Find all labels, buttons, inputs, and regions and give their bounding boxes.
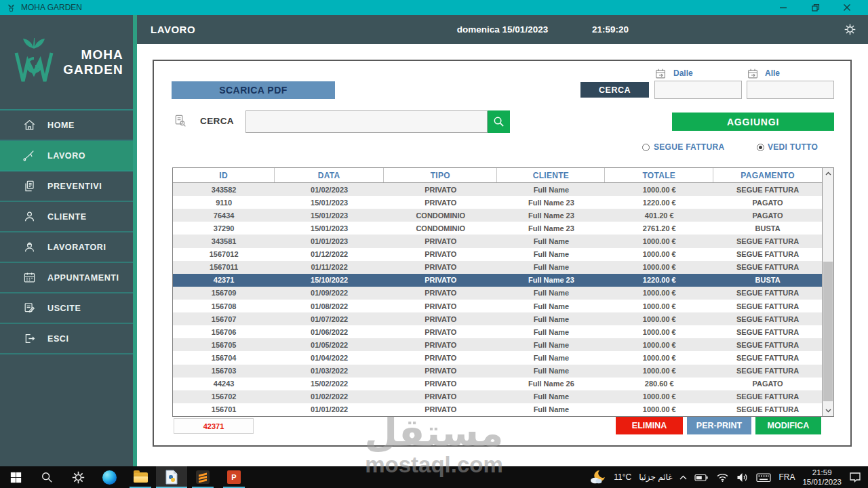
scrollbar-thumb[interactable]: [823, 262, 833, 401]
scroll-down-icon[interactable]: [823, 405, 833, 416]
cell-cliente: Full Name: [497, 312, 605, 325]
aggiungi-button[interactable]: AGGIUNGI: [672, 113, 834, 131]
column-header-totale[interactable]: TOTALE: [605, 168, 713, 182]
taskbar: P 11°C غائم جزئيا FRA 21:59 15/01/2023: [0, 466, 868, 488]
vedi-tutto-radio[interactable]: [757, 144, 764, 151]
settings-gear-icon[interactable]: [844, 24, 856, 35]
cell-pagamento: SEGUE FATTURA: [713, 300, 822, 312]
cell-pagamento: SEGUE FATTURA: [713, 351, 822, 364]
cell-tipo: CONDOMINIO: [384, 222, 497, 235]
table-row[interactable]: 15670501/05/2022PRIVATOFull Name1000.00 …: [173, 338, 822, 351]
table-scrollbar[interactable]: [822, 168, 833, 416]
table-row[interactable]: 4424315/02/2022PRIVATOFull Name 26280.60…: [173, 378, 822, 390]
cell-id: 1567012: [173, 248, 275, 261]
elimina-button[interactable]: ELIMINA: [616, 417, 683, 434]
table-row[interactable]: 4237115/10/2022PRIVATOFull Name 231220.0…: [173, 274, 822, 287]
weather-temperature[interactable]: 11°C: [614, 472, 631, 482]
cell-tipo: PRIVATO: [384, 378, 497, 390]
scarica-pdf-button[interactable]: SCARICA PDF: [172, 81, 335, 99]
column-header-id[interactable]: ID: [173, 168, 275, 182]
language-indicator[interactable]: FRA: [778, 472, 795, 482]
table-row[interactable]: 15670201/02/2022PRIVATOFull Name1000.00 …: [173, 390, 822, 403]
cell-pagamento: PAGATO: [713, 196, 822, 209]
alle-input[interactable]: [747, 81, 834, 99]
sidebar-item-esci[interactable]: ESCI: [0, 324, 133, 354]
cell-data: 01/11/2022: [275, 261, 384, 274]
minimize-icon[interactable]: [778, 3, 788, 12]
start-button[interactable]: [0, 466, 31, 488]
close-icon[interactable]: [842, 3, 852, 12]
cell-data: 01/02/2023: [275, 183, 384, 196]
table-row[interactable]: 15670301/03/2022PRIVATOFull Name1000.00 …: [173, 365, 822, 378]
table-row[interactable]: 7643415/01/2023CONDOMINIOFull Name 23401…: [173, 209, 822, 222]
column-header-tipo[interactable]: TIPO: [384, 168, 497, 182]
segue-fattura-radio-label[interactable]: SEGUE FATTURA: [654, 142, 724, 152]
cell-tipo: PRIVATO: [384, 287, 497, 300]
selected-id-field[interactable]: 42371: [174, 418, 254, 434]
sidebar-item-preventivi[interactable]: PREVENTIVI: [0, 171, 133, 202]
per-print-button[interactable]: PER-PRINT: [687, 417, 751, 434]
modifica-button[interactable]: MODIFICA: [755, 417, 821, 434]
dalle-input[interactable]: [654, 81, 742, 99]
table-row[interactable]: 15670601/06/2022PRIVATOFull Name1000.00 …: [173, 325, 822, 338]
volume-icon[interactable]: [736, 472, 749, 483]
python-app-icon[interactable]: [156, 466, 187, 488]
weather-icon[interactable]: [589, 470, 606, 485]
table-row[interactable]: 34358101/01/2023PRIVATOFull Name1000.00 …: [173, 235, 822, 247]
cell-cliente: Full Name: [497, 248, 605, 261]
cell-totale: 2761.20 €: [605, 222, 713, 235]
cell-data: 01/12/2022: [275, 248, 384, 261]
file-explorer-icon[interactable]: [125, 466, 156, 488]
titlebar: MOHA GARDEN: [0, 0, 868, 15]
column-header-data[interactable]: DATA: [275, 168, 384, 182]
cell-cliente: Full Name: [497, 235, 605, 247]
table-row[interactable]: 156701201/12/2022PRIVATOFull Name1000.00…: [173, 248, 822, 261]
brand-line1: MOHA: [63, 47, 123, 62]
brand: MOHA GARDEN: [0, 15, 133, 110]
tray-chevron-icon[interactable]: [679, 475, 687, 480]
segue-fattura-radio[interactable]: [642, 144, 650, 151]
cell-id: 156707: [173, 312, 275, 325]
table-row[interactable]: 156701101/11/2022PRIVATOFull Name1000.00…: [173, 261, 822, 274]
column-header-pagamento[interactable]: PAGAMENTO: [713, 168, 822, 182]
cell-id: 343582: [173, 183, 275, 196]
maximize-icon[interactable]: [810, 3, 820, 12]
sidebar-item-uscite[interactable]: USCITE: [0, 293, 133, 324]
table-row[interactable]: 34358201/02/2023PRIVATOFull Name1000.00 …: [173, 183, 822, 196]
table-row[interactable]: 15670401/04/2022PRIVATOFull Name1000.00 …: [173, 351, 822, 364]
cerca-range-button[interactable]: CERCA: [580, 82, 649, 98]
home-icon: [22, 119, 36, 132]
taskbar-settings-icon[interactable]: [62, 466, 94, 488]
weather-condition[interactable]: غائم جزئيا: [639, 472, 672, 482]
table-row[interactable]: 15670801/08/2022PRIVATOFull Name1000.00 …: [173, 300, 822, 312]
sidebar-item-home[interactable]: HOME: [0, 110, 133, 141]
table-row[interactable]: 15670901/09/2022PRIVATOFull Name1000.00 …: [173, 287, 822, 300]
wifi-icon[interactable]: [716, 472, 729, 483]
table-row[interactable]: 911015/01/2023PRIVATOFull Name 231220.00…: [173, 196, 822, 209]
powerpoint-icon[interactable]: P: [218, 466, 250, 488]
taskbar-clock[interactable]: 21:59 15/01/2023: [802, 468, 842, 487]
table-row[interactable]: 15670101/01/2022PRIVATOFull Name1000.00 …: [173, 403, 822, 416]
lavoro-panel: SCARICA PDF CERCA CERCA Dalle Alle AGGIU…: [153, 60, 852, 447]
battery-icon[interactable]: [694, 472, 709, 483]
keyboard-icon[interactable]: [756, 472, 771, 483]
sidebar-item-appuntamenti[interactable]: APPUNTAMENTI: [0, 263, 133, 293]
sidebar-item-lavoro[interactable]: LAVORO: [0, 141, 133, 171]
column-header-cliente[interactable]: CLIENTE: [497, 168, 605, 182]
table-row[interactable]: 15670701/07/2022PRIVATOFull Name1000.00 …: [173, 312, 822, 325]
cell-data: 15/02/2022: [275, 378, 384, 390]
sublime-text-icon[interactable]: [187, 466, 218, 488]
sidebar-item-cliente[interactable]: CLIENTE: [0, 202, 133, 232]
search-button[interactable]: [488, 110, 510, 133]
sidebar-item-lavoratori[interactable]: LAVORATORI: [0, 232, 133, 263]
vedi-tutto-radio-label[interactable]: VEDI TUTTO: [768, 142, 818, 152]
scroll-up-icon[interactable]: [823, 168, 833, 179]
cell-totale: 1000.00 €: [605, 338, 713, 351]
taskbar-search-icon[interactable]: [31, 466, 62, 488]
action-center-icon[interactable]: [849, 472, 861, 483]
search-input[interactable]: [245, 110, 488, 133]
table-row[interactable]: 3729015/01/2023CONDOMINIOFull Name 23276…: [173, 222, 822, 235]
cell-data: 15/01/2023: [275, 196, 384, 209]
cell-data: 01/08/2022: [275, 300, 384, 312]
edge-browser-icon[interactable]: [94, 466, 125, 488]
